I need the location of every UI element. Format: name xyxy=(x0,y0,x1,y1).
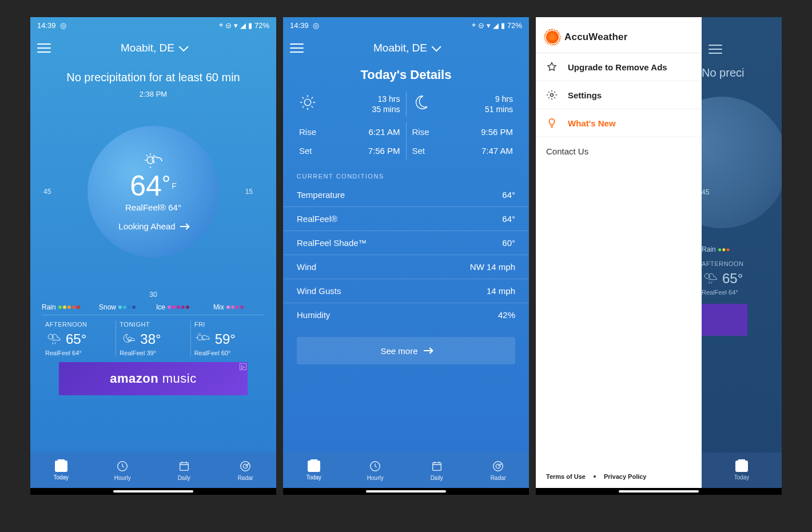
home-main: No precipitation for at least 60 min 2:3… xyxy=(30,62,276,452)
drawer-item-contact[interactable]: Contact Us xyxy=(536,137,702,165)
weather-icon xyxy=(144,152,163,169)
drawer-item-settings[interactable]: Settings xyxy=(536,81,702,109)
clock-icon xyxy=(369,460,381,473)
realfeel-text: RealFeel® 64° xyxy=(125,203,181,212)
sun-moon-panel: 13 hrs35 mins 9 hrs51 mins xyxy=(283,92,529,117)
cond-realfeel-shade: RealFeel Shade™60° xyxy=(283,231,529,255)
forecast-row: AFTERNOON 65° RealFeel 64° TONIGHT 38° R… xyxy=(42,315,265,356)
tab-hourly[interactable]: Hourly xyxy=(92,460,154,481)
location-icon: ⌖ xyxy=(219,21,223,30)
status-bar: 14:39 ◎ ⌖ ⊝ ▾ ◢ ▮ 72% xyxy=(283,17,529,30)
location-icon: ⌖ xyxy=(472,21,476,30)
clock-text: 14:39 xyxy=(37,21,56,30)
minutecast-dial[interactable]: 45 15 64°F RealFeel® 64° Looking Ahead xyxy=(50,103,256,280)
precip-status-peek: No preci xyxy=(702,63,782,80)
calendar-icon xyxy=(431,460,443,473)
tab-bar: Today Hourly Daily Radar xyxy=(283,452,529,488)
tab-today[interactable]: Today xyxy=(702,460,782,481)
cond-wind: WindNW 14 mph xyxy=(283,255,529,279)
link-privacy[interactable]: Privacy Policy xyxy=(604,473,647,480)
sun-icon xyxy=(299,94,316,111)
forecast-tonight[interactable]: TONIGHT 38° RealFeel 39° xyxy=(116,321,190,356)
drawer-header: AccuWeather xyxy=(536,17,702,53)
dial-tick-15: 15 xyxy=(245,188,253,196)
sun-cloud-rain-icon xyxy=(702,271,718,287)
drawer-item-whats-new[interactable]: What's New xyxy=(536,109,702,137)
looking-ahead-button[interactable]: Looking Ahead xyxy=(118,221,188,231)
status-left: 14:39 ◎ xyxy=(37,21,66,30)
app-bar: Moabit, DE xyxy=(283,30,529,62)
forecast-afternoon[interactable]: AFTERNOON 65° RealFeel 64° xyxy=(42,321,116,356)
location-selector[interactable]: Moabit, DE xyxy=(373,42,439,54)
radar-icon xyxy=(492,460,504,473)
moonrise-row: Rise9:56 PM xyxy=(412,122,514,141)
status-right: ⌖ ⊝ ▾ ◢ ▮ 72% xyxy=(472,21,522,30)
sunrise-row: Rise6:21 AM xyxy=(299,122,400,141)
tab-radar[interactable]: Radar xyxy=(215,460,277,481)
location-name: Moabit, DE xyxy=(121,42,174,54)
tab-today[interactable]: Today xyxy=(30,460,92,481)
wifi-icon: ▾ xyxy=(234,21,238,30)
temp-value: 64 xyxy=(130,172,162,200)
chevron-down-icon xyxy=(432,42,441,51)
legend-ice: Ice xyxy=(156,303,208,311)
legend-peek: Rain ●●● xyxy=(702,228,782,253)
menu-button[interactable] xyxy=(707,41,723,57)
battery-text: 72% xyxy=(507,21,522,30)
sun-cloud-rain-icon xyxy=(45,331,61,347)
drawer-scrim[interactable]: No preci 45 Rain ●●● AFTERNOON 65° RealF… xyxy=(702,17,782,495)
nav-drawer: AccuWeather Upgrade to Remove Ads Settin… xyxy=(536,17,702,495)
moon-panel: 9 hrs51 mins xyxy=(406,92,519,117)
cond-realfeel: RealFeel®64° xyxy=(283,207,529,231)
menu-button[interactable] xyxy=(36,40,52,56)
tab-hourly[interactable]: Hourly xyxy=(345,460,407,481)
cond-wind-gusts: Wind Gusts14 mph xyxy=(283,279,529,303)
dial-tick-30: 30 xyxy=(149,291,157,299)
tab-radar[interactable]: Radar xyxy=(468,460,530,481)
screen-drawer: AccuWeather Upgrade to Remove Ads Settin… xyxy=(536,17,782,495)
lightbulb-icon xyxy=(546,117,558,129)
temp-unit: F xyxy=(172,182,177,190)
arrow-right-icon xyxy=(424,350,432,351)
chevron-down-icon xyxy=(179,42,189,51)
drawer-item-upgrade[interactable]: Upgrade to Remove Ads xyxy=(536,53,702,81)
tab-daily[interactable]: Daily xyxy=(406,460,468,481)
screen-details: 14:39 ◎ ⌖ ⊝ ▾ ◢ ▮ 72% Moabit, DE Today's… xyxy=(283,17,529,495)
battery-icon: ▮ xyxy=(248,21,252,30)
calendar-today-icon xyxy=(735,460,748,472)
forecast-fri[interactable]: FRI 59° RealFeel 60° xyxy=(190,321,265,356)
svg-point-12 xyxy=(551,94,554,97)
separator-dot xyxy=(594,475,596,478)
menu-button[interactable] xyxy=(289,40,305,56)
dnd-icon: ⊝ xyxy=(478,21,484,30)
ad-banner[interactable]: ▷ amazon music xyxy=(59,362,248,395)
page-title: Today's Details xyxy=(283,68,529,82)
dial-tick-45: 45 xyxy=(43,188,51,196)
current-temp: 64°F xyxy=(130,172,176,200)
location-selector[interactable]: Moabit, DE xyxy=(121,42,186,54)
signal-icon: ◢ xyxy=(493,21,499,30)
tab-bar: Today Hourly Daily Radar xyxy=(30,452,276,488)
sun-panel: 13 hrs35 mins xyxy=(293,92,406,117)
cond-humidity: Humidity42% xyxy=(283,303,529,327)
status-left: 14:39 ◎ xyxy=(290,21,319,30)
radar-icon xyxy=(239,460,252,473)
signal-icon: ◢ xyxy=(240,21,246,30)
forecast-peek: AFTERNOON 65° RealFeel 64° xyxy=(702,253,782,296)
cond-temperature: Temperature64° xyxy=(283,183,529,207)
ad-text: amazon music xyxy=(110,371,197,386)
calendar-today-icon xyxy=(55,460,67,472)
temperature-sphere: 64°F RealFeel® 64° Looking Ahead xyxy=(87,126,219,257)
tab-today[interactable]: Today xyxy=(283,460,345,481)
see-more-button[interactable]: See more xyxy=(297,337,515,364)
calendar-icon xyxy=(178,460,190,473)
tab-daily[interactable]: Daily xyxy=(153,460,215,481)
dnd-icon: ⊝ xyxy=(225,21,232,30)
link-terms[interactable]: Terms of Use xyxy=(546,473,586,480)
moonset-row: Set7:47 AM xyxy=(412,141,514,160)
screen-home: 14:39 ◎ ⌖ ⊝ ▾ ◢ ▮ 72% Moabit, DE No prec… xyxy=(30,17,276,495)
arrow-right-icon xyxy=(180,226,188,227)
legend-snow: Snow xyxy=(99,303,150,311)
svg-rect-4 xyxy=(180,462,188,470)
ad-marker-icon: ▷ xyxy=(240,363,246,370)
